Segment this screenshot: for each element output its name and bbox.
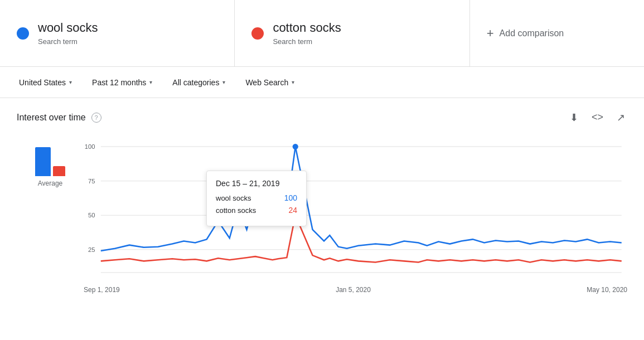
filter-bar: United States ▾ Past 12 months ▾ All cat… [0,67,644,98]
wool-socks-dot [17,27,29,40]
location-filter-label: United States [19,78,66,87]
tooltip-label-wool: wool socks [216,194,251,202]
search-term-cotton-socks: cotton socks Search term [235,0,469,66]
cotton-socks-name: cotton socks [273,21,341,35]
svg-text:100: 100 [85,143,95,150]
x-label-jan: Jan 5, 2020 [336,286,371,294]
avg-bar-red [53,166,65,176]
tooltip-value-wool: 100 [284,193,297,202]
svg-text:75: 75 [88,178,95,184]
category-filter[interactable]: All categories ▾ [164,74,233,91]
wool-socks-type: Search term [38,37,98,46]
category-chevron-icon: ▾ [222,79,225,85]
tooltip-label-cotton: cotton socks [216,206,256,215]
timerange-filter[interactable]: Past 12 months ▾ [84,74,160,91]
line-chart-container: 100 75 50 25 Dec 15 – 21, 2019 [84,137,627,294]
tooltip-value-cotton: 24 [288,206,297,215]
share-icon[interactable]: ↗ [614,109,627,126]
avg-label: Average [38,179,62,187]
peak-dot-blue [293,144,298,149]
wool-socks-name: wool socks [38,21,98,35]
section-title-group: Interest over time ? [17,113,101,123]
timerange-chevron-icon: ▾ [149,79,152,85]
search-type-filter[interactable]: Web Search ▾ [238,74,302,91]
tooltip-date: Dec 15 – 21, 2019 [216,179,297,188]
avg-bar-blue [35,147,51,176]
tooltip-row-wool: wool socks 100 [216,193,297,202]
chart-svg: 100 75 50 25 [84,137,627,282]
tooltip-row-cotton: cotton socks 24 [216,206,297,215]
help-icon[interactable]: ? [91,113,101,123]
cotton-socks-dot [251,27,264,40]
cotton-socks-type: Search term [273,37,341,46]
section-actions: ⬇ <> ↗ [568,109,627,126]
section-header: Interest over time ? ⬇ <> ↗ [17,109,627,126]
add-comparison-label: Add comparison [500,28,564,38]
search-type-filter-label: Web Search [245,78,288,87]
red-line [101,215,622,262]
chart-with-avg: Average 100 75 50 25 [17,137,627,294]
embed-icon[interactable]: <> [589,109,606,126]
search-type-chevron-icon: ▾ [292,79,294,85]
plus-icon: + [487,26,494,41]
wool-socks-info: wool socks Search term [38,21,98,46]
search-terms-bar: wool socks Search term cotton socks Sear… [0,0,644,67]
main-content: Interest over time ? ⬇ <> ↗ Average 100 [0,98,644,305]
tooltip: Dec 15 – 21, 2019 wool socks 100 cotton … [206,171,307,226]
x-label-sep: Sep 1, 2019 [84,286,120,294]
location-chevron-icon: ▾ [69,79,72,85]
average-section: Average [17,137,84,187]
search-term-wool-socks: wool socks Search term [0,0,235,66]
cotton-socks-info: cotton socks Search term [273,21,341,46]
section-title: Interest over time [17,113,86,123]
svg-text:25: 25 [88,246,95,253]
category-filter-label: All categories [172,78,219,87]
download-icon[interactable]: ⬇ [568,109,580,126]
avg-bars [35,143,65,176]
timerange-filter-label: Past 12 months [92,78,146,87]
svg-text:50: 50 [88,212,95,218]
x-axis-labels: Sep 1, 2019 Jan 5, 2020 May 10, 2020 [84,284,627,294]
blue-line [101,147,622,251]
location-filter[interactable]: United States ▾ [11,74,80,91]
x-label-may: May 10, 2020 [587,286,627,294]
add-comparison-button[interactable]: + Add comparison [470,0,644,66]
